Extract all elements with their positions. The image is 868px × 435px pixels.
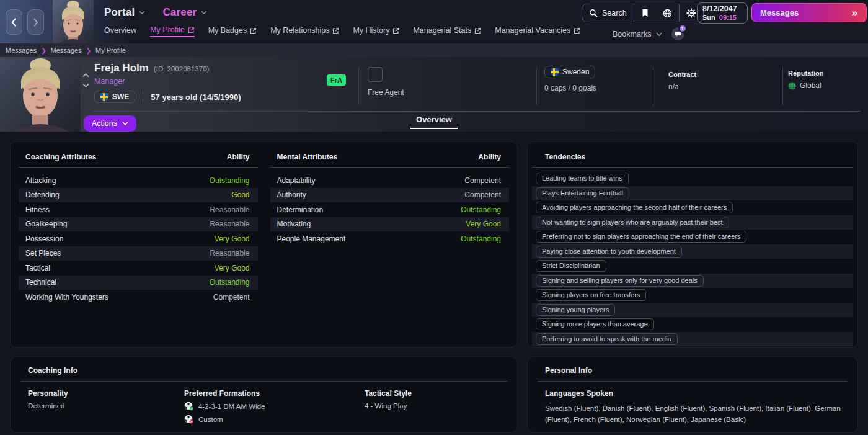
attribute-name: Technical [25,278,56,287]
formation-item[interactable]: Custom [184,415,365,424]
attribute-value: Very Good [215,235,250,243]
attribute-name: Tactical [25,264,50,272]
free-agent-badge: FrA [327,74,346,86]
previous-person-button[interactable] [82,73,89,78]
contract-label: Contract [668,71,696,78]
breadcrumb-item[interactable]: My Profile [95,47,126,54]
portal-menu[interactable]: Portal [104,6,145,19]
chevron-down-icon [201,11,207,14]
avatar-image [53,0,94,43]
attribute-row: People ManagementOutstanding [270,231,510,246]
nav-my-badges[interactable]: My Badges [208,26,257,37]
forward-button[interactable] [27,9,44,35]
tendency-pill: Leading teams to title wins [536,173,629,184]
nationality-code: SWE [112,92,129,101]
reputation-globe-icon [788,82,796,90]
tendency-row: Signing players on free transfers [532,288,853,303]
tendency-row: Leading teams to title wins [532,171,853,186]
next-person-button[interactable] [82,83,89,87]
tendency-pill: Plays Entertaining Football [536,187,629,199]
portal-label: Portal [104,6,135,19]
manager-avatar-small[interactable] [53,0,94,43]
attribute-row: Working With YoungstersCompetent [19,290,258,305]
profile-header: Freja Holm (ID: 2002081370) Manager SWE … [0,57,868,132]
contract-value: n/a [668,83,696,91]
personality-value: Determined [28,402,184,410]
tendency-row: Signing more players than average [532,317,853,332]
attribute-value: Reasonable [210,205,249,214]
chevron-left-icon [11,18,17,27]
search-toolbar: Search [582,4,704,22]
club-logo-placeholder [368,67,383,82]
attribute-name: Goalkeeping [25,220,67,228]
breadcrumb-item[interactable]: Messages [6,47,37,54]
reputation-label: Reputation [788,70,823,77]
back-button[interactable] [6,9,22,35]
nav-my-relationships[interactable]: My Relationships [270,26,339,37]
attribute-value: Reasonable [210,249,249,258]
attribute-value: Very Good [466,220,501,228]
formation-item[interactable]: 4-2-3-1 DM AM Wide [184,401,365,411]
bookmark-button[interactable] [634,4,656,22]
caps-goals: 0 caps / 0 goals [544,84,596,92]
divider [358,67,359,105]
attribute-row: AdaptabilityCompetent [270,173,510,188]
actions-button[interactable]: Actions [84,115,136,132]
nav-my-history[interactable]: My History [353,26,399,37]
attribute-value: Outstanding [210,176,250,185]
nav-overview[interactable]: Overview [104,26,136,37]
tendency-pill: Avoiding players approaching the second … [536,202,733,213]
tab-label: Overview [410,115,458,124]
bookmarks-dropdown[interactable]: Bookmarks [613,30,652,38]
attribute-value: Competent [213,293,250,302]
ability-column-header[interactable]: Ability [227,153,250,161]
tendency-row: Plays Entertaining Football [532,186,853,201]
attribute-value: Competent [464,191,501,199]
personal-info-panel: Personal Info Languages Spoken Swedish (… [527,357,858,433]
breadcrumb-item[interactable]: Messages [51,47,82,54]
nav-managerial-stats[interactable]: Managerial Stats [413,26,481,37]
divider [782,67,783,105]
messages-continue-button[interactable]: Messages » [751,3,867,22]
double-chevron-icon: » [851,7,858,19]
tab-overview[interactable]: Overview [410,115,458,129]
top-bar: Portal Career Overview My Profile My Bad… [0,0,868,43]
tendency-pill: Signing players on free transfers [536,289,646,301]
mental-attributes-table: Mental Attributes Ability AdaptabilityCo… [270,148,510,341]
tendency-row: Avoiding players approaching the second … [532,200,853,215]
person-id: (ID: 2002081370) [154,65,210,73]
ability-column-header[interactable]: Ability [478,153,501,161]
attribute-value: Reasonable [210,220,249,228]
breadcrumb: Messages ❯ Messages ❯ My Profile [0,43,868,57]
tendency-row: Signing young players [532,303,853,318]
search-button[interactable]: Search [582,4,634,22]
nav-managerial-vacancies[interactable]: Managerial Vacancies [495,26,580,37]
tendency-pill: Strict Disciplinarian [536,260,606,272]
chevron-down-icon [656,32,662,36]
notifications-button[interactable]: 1 [671,27,684,40]
formation-icon [184,401,193,411]
coaching-attributes-title: Coaching Attributes [25,153,96,161]
personal-info-title: Personal Info [538,365,848,382]
tendencies-title: Tendencies [532,148,853,168]
tendency-row: Preferring not to sign players approachi… [532,230,853,244]
day-value: Sun [702,14,715,22]
divider [536,67,537,105]
nationality-link[interactable]: SWE [94,91,135,103]
attribute-value: Competent [464,176,501,185]
formation-name: 4-2-3-1 DM AM Wide [198,403,265,410]
national-team-name: Sweden [562,68,589,76]
tendency-pill: Signing more players than average [536,318,654,330]
world-button[interactable] [656,4,679,22]
career-menu[interactable]: Career [162,6,207,19]
tendency-row: Not wanting to sign players who are argu… [532,215,853,230]
chevron-right-icon [33,18,38,27]
divider [93,111,861,112]
attributes-panel: Coaching Attributes Ability AttackingOut… [10,141,518,348]
nav-my-profile[interactable]: My Profile [150,25,195,37]
tab-underline [410,128,458,129]
game-date: 8/12/2047 Sun09:15 [697,2,748,24]
mental-attributes-title: Mental Attributes [277,153,338,161]
tendency-pill: Preferring not to sign players approachi… [536,231,746,243]
national-team-link[interactable]: Sweden [544,66,595,78]
